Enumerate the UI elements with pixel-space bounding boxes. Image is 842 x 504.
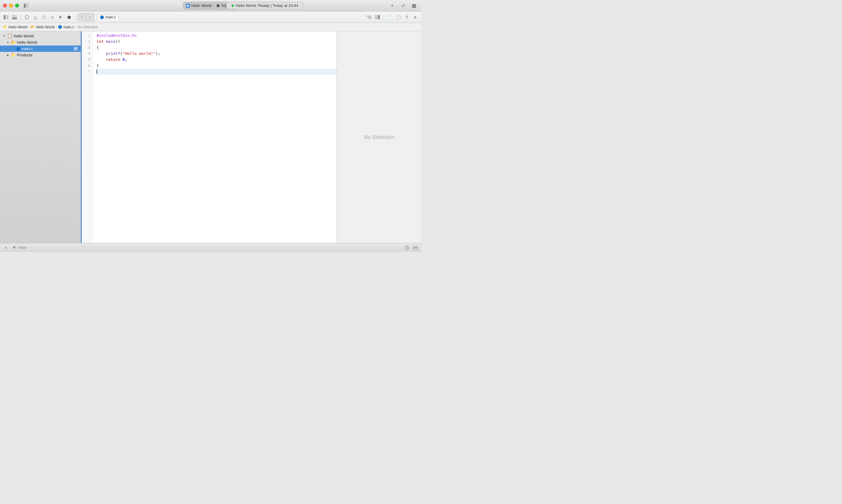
- arrange-button[interactable]: ⤢: [399, 1, 407, 10]
- code-content[interactable]: #include<stdio.h> int main() { printf("H…: [93, 31, 337, 243]
- view-toggle-icon[interactable]: [2, 14, 10, 21]
- code-printf: printf: [106, 51, 120, 57]
- bookmark-icon[interactable]: ⬡: [40, 14, 47, 21]
- file-icon: 🔵: [16, 47, 20, 51]
- breadcrumb-file-icon: 🔵: [58, 25, 62, 29]
- code-line-5: return 0;: [97, 57, 337, 63]
- debug-area-icon[interactable]: [11, 14, 18, 21]
- add-icon: ＋: [4, 245, 8, 251]
- svg-marker-15: [13, 247, 16, 249]
- project-label: Hello World: [14, 34, 34, 38]
- breakpoint-icon[interactable]: [23, 14, 31, 21]
- products-arrow: ▶: [6, 54, 10, 57]
- secondary-toolbar: △ ⬡ ◇ ⬟ ‹ › 🔵 main.c 📄 🕐 ? ≡: [0, 12, 421, 23]
- close-button[interactable]: [3, 4, 7, 7]
- svg-marker-2: [187, 4, 189, 7]
- code-brace-open: {: [97, 44, 99, 51]
- code-indent-4: [97, 51, 106, 57]
- issue-icon[interactable]: ◇: [49, 14, 56, 21]
- inspector-panel: No Selection: [337, 31, 421, 243]
- minimize-button[interactable]: [9, 4, 13, 7]
- svg-rect-0: [24, 4, 25, 8]
- add-item-button[interactable]: ＋: [2, 245, 9, 251]
- history-icon[interactable]: 🕐: [394, 14, 402, 21]
- text-cursor: [97, 70, 97, 74]
- code-line-4: printf("Hello world!");: [97, 51, 337, 57]
- test-icon[interactable]: [57, 14, 64, 21]
- code-line-2: int main(): [97, 39, 337, 44]
- filter-label: Filter: [18, 245, 27, 250]
- filter-chevron-button[interactable]: [11, 245, 17, 251]
- group-label: Hello World: [17, 40, 37, 44]
- svg-rect-19: [413, 246, 418, 248]
- sidebar-item-main-c[interactable]: 🔵 main.c M: [0, 46, 81, 52]
- file-label: main.c: [21, 47, 33, 51]
- help-icon[interactable]: ?: [403, 14, 410, 21]
- code-editor[interactable]: 1 2 3 4 5 6 7 #include<stdio.h> int main…: [81, 31, 337, 243]
- toolbar-sep-3: [383, 14, 384, 20]
- code-paren: (): [116, 39, 120, 44]
- code-line-7: [97, 69, 337, 75]
- sidebar-item-group[interactable]: ▼ 📂 Hello World: [0, 39, 81, 46]
- titlebar: Hello World › My Mac Hello World: Ready …: [0, 0, 421, 12]
- toolbar-sep-2: [75, 14, 75, 20]
- status-dot: [231, 4, 234, 7]
- svg-rect-7: [12, 18, 17, 19]
- nav-back-button[interactable]: ‹: [78, 14, 86, 21]
- inspector-toggle-icon[interactable]: [374, 14, 381, 21]
- sidebar-toggle-button[interactable]: [22, 1, 31, 10]
- nav-group: ‹ ›: [78, 13, 94, 21]
- tab-filename: main.c: [105, 15, 116, 19]
- file-tab[interactable]: 🔵 main.c: [97, 14, 119, 20]
- breadcrumb-project-icon: 📁: [3, 25, 7, 29]
- status-text: Hello World: Ready | Today at 23:44: [235, 3, 298, 8]
- split-button[interactable]: ▦: [410, 1, 418, 10]
- add-button[interactable]: ＋: [388, 1, 397, 10]
- add-file-icon[interactable]: 📄: [386, 14, 393, 21]
- code-line-6: }: [97, 63, 337, 69]
- svg-rect-6: [12, 15, 17, 17]
- traffic-lights: [3, 4, 19, 7]
- svg-rect-4: [4, 15, 5, 19]
- filter-controls: Filter: [11, 245, 27, 251]
- environment-icon[interactable]: △: [32, 14, 39, 21]
- line-num-4: 4: [81, 51, 93, 57]
- line-num-3: 3: [81, 44, 93, 51]
- breadcrumb-folder-icon: 📂: [31, 25, 35, 29]
- status-area: Hello World: Ready | Today at 23:44: [226, 2, 303, 10]
- line-num-7: 7: [81, 69, 93, 75]
- products-label: Products: [17, 53, 32, 57]
- breadcrumb-sep-3: ›: [75, 25, 76, 29]
- code-indent-5: [97, 57, 106, 63]
- nav-forward-button[interactable]: ›: [86, 14, 94, 21]
- filter-icon[interactable]: ≡: [411, 14, 419, 21]
- toolbar-sep-1: [20, 14, 21, 20]
- code-paren-open: (: [120, 51, 122, 57]
- line-num-2: 2: [81, 39, 93, 44]
- line-num-5: 5: [81, 57, 93, 63]
- breadcrumb-item-1[interactable]: Hello World: [8, 25, 27, 29]
- code-line-3: {: [97, 44, 337, 51]
- sidebar-item-products[interactable]: ▶ 📁 Products: [0, 52, 81, 58]
- tab-file-icon: 🔵: [100, 15, 104, 19]
- file-badge: M: [73, 47, 78, 51]
- split-view-button[interactable]: [412, 245, 419, 251]
- history-button[interactable]: [404, 245, 410, 251]
- maximize-button[interactable]: [15, 4, 19, 7]
- code-number: 0: [122, 57, 125, 63]
- indent-icon[interactable]: [365, 14, 372, 21]
- breadcrumb-item-2[interactable]: Hello World: [36, 25, 55, 29]
- sidebar-content: ▼ 📋 Hello World ▼ 📂 Hello World 🔵 main.c…: [0, 31, 81, 243]
- svg-rect-14: [378, 15, 380, 19]
- products-icon: 📁: [11, 53, 16, 57]
- sidebar: ▼ 📋 Hello World ▼ 📂 Hello World 🔵 main.c…: [0, 31, 81, 243]
- line-numbers: 1 2 3 4 5 6 7: [81, 31, 93, 243]
- breadcrumb-item-3[interactable]: main.c: [63, 25, 74, 29]
- main-layout: ▼ 📋 Hello World ▼ 📂 Hello World 🔵 main.c…: [0, 31, 421, 243]
- sidebar-item-project[interactable]: ▼ 📋 Hello World: [0, 33, 81, 39]
- svg-rect-3: [216, 4, 219, 7]
- debug-icon[interactable]: ⬟: [66, 14, 73, 21]
- svg-rect-20: [413, 248, 418, 250]
- svg-marker-9: [59, 15, 62, 19]
- code-keyword-int: int: [97, 39, 106, 44]
